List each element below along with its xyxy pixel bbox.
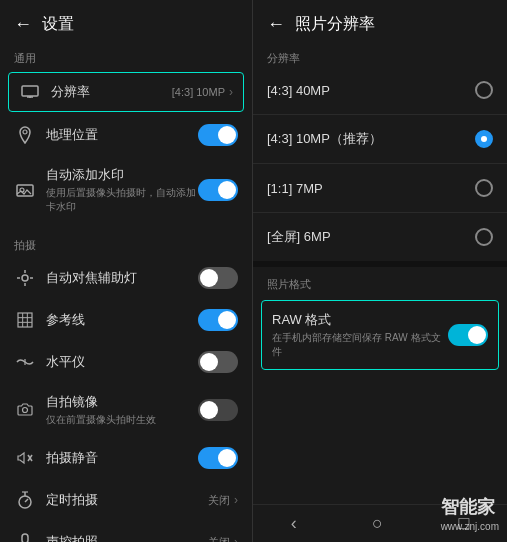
- raw-format-item[interactable]: RAW 格式 在手机内部存储空间保存 RAW 格式文件: [261, 300, 499, 370]
- timer-item[interactable]: 定时拍摄 关闭 ›: [0, 479, 252, 521]
- sound-item[interactable]: 拍摄静音: [0, 437, 252, 479]
- watermark-label: 自动添加水印: [46, 166, 198, 184]
- right-nav-back-button[interactable]: ‹: [291, 513, 297, 534]
- voice-label: 声控拍照: [46, 533, 208, 542]
- resolution-6mp-label: [全屏] 6MP: [267, 228, 475, 246]
- resolution-option-40mp[interactable]: [4:3] 40MP: [253, 70, 507, 110]
- voice-item[interactable]: 声控拍照 关闭 ›: [0, 521, 252, 542]
- right-wrapper: ← 照片分辨率 分辨率 [4:3] 40MP [4:3] 10MP（推荐） [1…: [253, 0, 507, 542]
- selftimer-item[interactable]: 自拍镜像 仅在前置摄像头拍时生效: [0, 383, 252, 437]
- resolution-section-label: 分辨率: [253, 45, 507, 70]
- mute-icon: [14, 447, 36, 469]
- svg-line-22: [25, 499, 28, 502]
- svg-rect-24: [22, 534, 28, 542]
- selftimer-toggle[interactable]: [198, 399, 238, 421]
- svg-point-6: [22, 275, 28, 281]
- resolution-label: 分辨率: [51, 83, 172, 101]
- sound-toggle[interactable]: [198, 447, 238, 469]
- left-header: ← 设置: [0, 0, 252, 45]
- voice-chevron: ›: [234, 535, 238, 542]
- selftimer-label: 自拍镜像: [46, 393, 198, 411]
- resolution-7mp-label: [1:1] 7MP: [267, 181, 475, 196]
- timer-icon: [14, 489, 36, 511]
- timer-chevron: ›: [234, 493, 238, 507]
- section-shoot-label: 拍摄: [0, 232, 252, 257]
- left-back-button[interactable]: ←: [14, 14, 32, 35]
- grid-toggle[interactable]: [198, 309, 238, 331]
- voice-value: 关闭: [208, 535, 230, 543]
- grid-label: 参考线: [46, 311, 198, 329]
- resolution-option-7mp[interactable]: [1:1] 7MP: [253, 168, 507, 208]
- mic-icon: [14, 531, 36, 542]
- raw-sub: 在手机内部存储空间保存 RAW 格式文件: [272, 331, 448, 359]
- right-panel: ← 照片分辨率 分辨率 [4:3] 40MP [4:3] 10MP（推荐） [1…: [253, 0, 507, 542]
- location-label: 地理位置: [46, 126, 198, 144]
- focus-label: 自动对焦辅助灯: [46, 269, 198, 287]
- format-section-label: 照片格式: [253, 271, 507, 296]
- resolution-40mp-label: [4:3] 40MP: [267, 83, 475, 98]
- resolution-40mp-radio[interactable]: [475, 81, 493, 99]
- watermark-sub: 使用后置摄像头拍摄时，自动添加卡水印: [46, 186, 198, 214]
- svg-rect-11: [18, 313, 32, 327]
- resolution-7mp-radio[interactable]: [475, 179, 493, 197]
- resolution-option-6mp[interactable]: [全屏] 6MP: [253, 217, 507, 257]
- watermark-badge: 智能家 www.znj.com: [441, 495, 499, 534]
- timer-value: 关闭: [208, 493, 230, 508]
- right-nav-home-button[interactable]: ○: [372, 513, 383, 534]
- level-toggle[interactable]: [198, 351, 238, 373]
- resolution-option-10mp[interactable]: [4:3] 10MP（推荐）: [253, 119, 507, 159]
- watermark-toggle[interactable]: [198, 179, 238, 201]
- timer-label: 定时拍摄: [46, 491, 208, 509]
- raw-text-block: RAW 格式 在手机内部存储空间保存 RAW 格式文件: [272, 311, 448, 359]
- focus-item[interactable]: 自动对焦辅助灯: [0, 257, 252, 299]
- right-header: ← 照片分辨率: [253, 0, 507, 45]
- monitor-icon: [19, 81, 41, 103]
- left-title: 设置: [42, 14, 74, 35]
- resolution-10mp-radio[interactable]: [475, 130, 493, 148]
- sound-label: 拍摄静音: [46, 449, 198, 467]
- right-title: 照片分辨率: [295, 14, 375, 35]
- watermark-item[interactable]: 自动添加水印 使用后置摄像头拍摄时，自动添加卡水印: [0, 156, 252, 224]
- resolution-6mp-radio[interactable]: [475, 228, 493, 246]
- resolution-10mp-label: [4:3] 10MP（推荐）: [267, 130, 475, 148]
- grid-icon: [14, 309, 36, 331]
- focus-toggle[interactable]: [198, 267, 238, 289]
- grid-item[interactable]: 参考线: [0, 299, 252, 341]
- location-item[interactable]: 地理位置: [0, 114, 252, 156]
- section-general-label: 通用: [0, 45, 252, 70]
- raw-toggle[interactable]: [448, 324, 488, 346]
- selftimer-sub: 仅在前置摄像头拍时生效: [46, 413, 198, 427]
- level-label: 水平仪: [46, 353, 198, 371]
- resolution-value: [4:3] 10MP: [172, 86, 225, 98]
- location-toggle[interactable]: [198, 124, 238, 146]
- right-back-button[interactable]: ←: [267, 14, 285, 35]
- watermark-icon: [14, 179, 36, 201]
- svg-rect-0: [22, 86, 38, 96]
- watermark-name: 智能家: [441, 495, 499, 520]
- focus-icon: [14, 267, 36, 289]
- svg-point-17: [23, 408, 28, 413]
- level-icon: [14, 351, 36, 373]
- resolution-item[interactable]: 分辨率 [4:3] 10MP ›: [8, 72, 244, 112]
- resolution-chevron: ›: [229, 85, 233, 99]
- location-icon: [14, 124, 36, 146]
- raw-title: RAW 格式: [272, 311, 448, 329]
- left-panel: ← 设置 通用 分辨率 [4:3] 10MP › 地理位置: [0, 0, 253, 542]
- watermark-url: www.znj.com: [441, 520, 499, 534]
- svg-point-3: [23, 130, 27, 134]
- level-item[interactable]: 水平仪: [0, 341, 252, 383]
- camera-flip-icon: [14, 399, 36, 421]
